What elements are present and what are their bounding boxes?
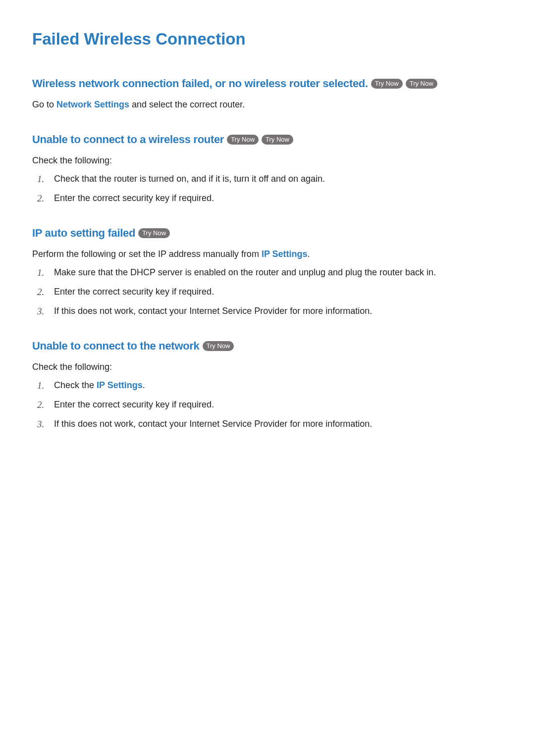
list-item: 3.If this does not work, contact your In…: [32, 417, 505, 431]
section-heading: Wireless network connection failed, or n…: [32, 77, 368, 90]
list-item: 2.Enter the correct security key if requ…: [32, 398, 505, 411]
list-item: 1.Make sure that the DHCP server is enab…: [32, 266, 505, 279]
try-now-button[interactable]: Try Now: [227, 135, 259, 145]
section-heading-row: IP auto setting failed Try Now: [32, 227, 505, 240]
try-now-button[interactable]: Try Now: [138, 228, 170, 238]
section-unable-connect-router: Unable to connect to a wireless router T…: [32, 133, 505, 205]
list-number: 1.: [37, 379, 44, 393]
list-text: Enter the correct security key if requir…: [54, 287, 214, 297]
list-item: 1.Check that the router is turned on, an…: [32, 172, 505, 186]
list-number: 3.: [37, 417, 44, 432]
list-item: 2.Enter the correct security key if requ…: [32, 192, 505, 205]
list-number: 2.: [37, 398, 44, 412]
text: .: [143, 380, 145, 390]
list-number: 2.: [37, 285, 44, 300]
network-settings-link[interactable]: Network Settings: [56, 100, 129, 109]
list-text: Enter the correct security key if requir…: [54, 193, 214, 203]
list-text: If this does not work, contact your Inte…: [54, 306, 372, 316]
try-now-button[interactable]: Try Now: [371, 79, 403, 89]
try-now-button[interactable]: Try Now: [262, 135, 293, 145]
section-heading: Unable to connect to a wireless router: [32, 133, 224, 146]
list-number: 3.: [37, 304, 44, 319]
section-body: Check the following:: [32, 360, 505, 374]
ip-settings-link[interactable]: IP Settings: [262, 249, 308, 259]
try-now-button[interactable]: Try Now: [203, 341, 234, 351]
list-item: 2.Enter the correct security key if requ…: [32, 285, 505, 299]
list-text: If this does not work, contact your Inte…: [54, 419, 372, 429]
section-heading-row: Wireless network connection failed, or n…: [32, 77, 505, 90]
list-text: Check that the router is turned on, and …: [54, 174, 325, 184]
list-number: 1.: [37, 172, 44, 187]
section-body: Go to Network Settings and select the co…: [32, 98, 505, 111]
steps-list: 1.Make sure that the DHCP server is enab…: [32, 266, 505, 318]
section-body: Check the following:: [32, 154, 505, 167]
list-item: 3.If this does not work, contact your In…: [32, 304, 505, 318]
page-title: Failed Wireless Connection: [32, 30, 505, 49]
text: Go to: [32, 100, 56, 109]
text: Check the: [54, 380, 97, 390]
section-heading-row: Unable to connect to the network Try Now: [32, 340, 505, 353]
section-no-router-selected: Wireless network connection failed, or n…: [32, 77, 505, 111]
text: Perform the following or set the IP addr…: [32, 249, 262, 259]
try-now-button[interactable]: Try Now: [406, 79, 437, 89]
list-text: Enter the correct security key if requir…: [54, 400, 214, 409]
list-item: 1.Check the IP Settings.: [32, 379, 505, 392]
list-number: 2.: [37, 192, 44, 206]
list-number: 1.: [37, 266, 44, 280]
steps-list: 1.Check that the router is turned on, an…: [32, 172, 505, 205]
section-unable-connect-network: Unable to connect to the network Try Now…: [32, 340, 505, 431]
ip-settings-link[interactable]: IP Settings: [97, 380, 143, 390]
steps-list: 1.Check the IP Settings. 2.Enter the cor…: [32, 379, 505, 431]
section-ip-auto-failed: IP auto setting failed Try Now Perform t…: [32, 227, 505, 318]
section-heading-row: Unable to connect to a wireless router T…: [32, 133, 505, 146]
text: .: [308, 249, 310, 259]
section-heading: Unable to connect to the network: [32, 340, 200, 353]
text: and select the correct router.: [129, 100, 245, 109]
section-body: Perform the following or set the IP addr…: [32, 248, 505, 261]
list-text: Make sure that the DHCP server is enable…: [54, 267, 436, 277]
section-heading: IP auto setting failed: [32, 227, 135, 240]
